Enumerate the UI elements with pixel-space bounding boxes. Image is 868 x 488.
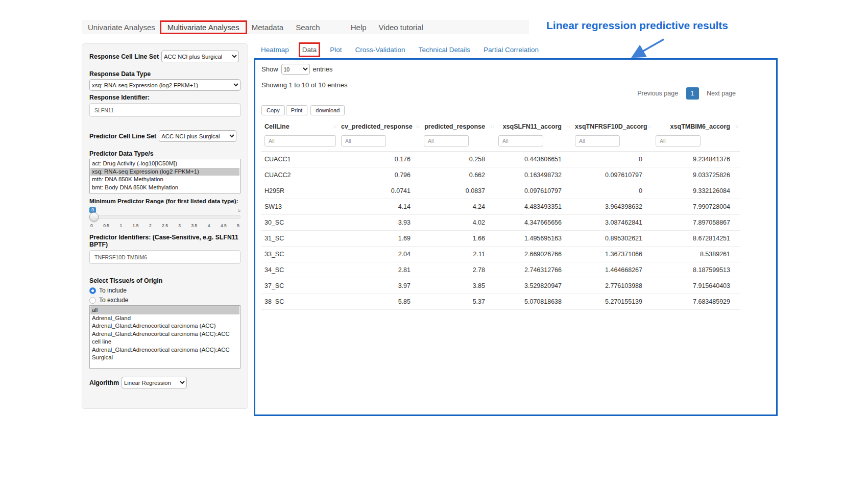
list-option-bmt-body-dna-850k-methylation[interactable]: bmt: Body DNA 850K Methylation xyxy=(90,184,239,192)
download-button[interactable]: download xyxy=(310,105,345,115)
algorithm-select[interactable]: Linear Regression xyxy=(122,377,187,388)
column-filter-input-xsqtmbim6-accorg[interactable] xyxy=(656,135,701,147)
sidebar: Response Cell Line Set ACC NCI plus Surg… xyxy=(82,43,248,409)
sort-icons[interactable]: ↑↓ xyxy=(333,124,336,129)
column-header-predicted-response[interactable]: predicted_response↑↓ xyxy=(421,119,495,134)
column-filter-input-cv-predicted-response[interactable] xyxy=(341,135,386,147)
nav-item-multivariate-analyses[interactable]: Multivariate Analyses xyxy=(161,22,246,33)
results-inner: Show 10 entries Showing 1 to 10 of 10 en… xyxy=(261,64,740,310)
predictor-data-type-label: Predictor Data Type/s xyxy=(89,150,240,157)
list-option-act-drug-activity-log10-ic50m[interactable]: act: Drug Activity (-log10[IC50M]) xyxy=(90,160,239,168)
column-filter-input-xsqtnfrsf10d-accorg[interactable] xyxy=(575,135,620,147)
table-row[interactable]: 38_SC5.855.375.0708186385.2701551397.683… xyxy=(261,294,740,310)
cellline-cell: 34_SC xyxy=(261,262,338,278)
cellline-cell: SW13 xyxy=(261,199,338,215)
min-predictor-range-slider[interactable]: 0 5 00.511.522.533.544.55 xyxy=(89,207,240,231)
slider-tick: 0 xyxy=(90,223,93,228)
radio-option-to-exclude[interactable]: To exclude xyxy=(89,297,240,304)
table-row[interactable]: SW134.144.244.4834933513.9643986327.9907… xyxy=(261,199,740,215)
value-cell: 3.97 xyxy=(338,278,421,294)
value-cell: 8.187599513 xyxy=(653,262,740,278)
slider-tick: 3 xyxy=(178,223,181,228)
nav-item-help[interactable]: Help xyxy=(345,22,373,33)
sort-icons[interactable]: ↑↓ xyxy=(647,124,651,129)
value-cell: 5.270155139 xyxy=(572,294,653,310)
radio-label: To include xyxy=(99,287,127,294)
annotation-arrow-icon xyxy=(626,37,669,61)
response-cell-line-set-select[interactable]: ACC NCI plus Surgical xyxy=(161,51,239,62)
table-row[interactable]: 37_SC3.973.853.5298209472.7761039887.915… xyxy=(261,278,740,294)
table-row[interactable]: H295R0.07410.08370.09761079709.332126084 xyxy=(261,183,740,199)
nav-item-video-tutorial[interactable]: Video tutorial xyxy=(373,22,429,33)
radio-icon xyxy=(89,287,96,294)
nav-item-univariate-analyses[interactable]: Univariate Analyses xyxy=(82,22,161,33)
list-option-adrenal-gland-adrenocortical-carcinoma-a[interactable]: Adrenal_Gland:Adrenocortical carcinoma (… xyxy=(90,346,239,362)
sort-icons[interactable]: ↑↓ xyxy=(416,124,419,129)
nav-item-search[interactable]: Search xyxy=(290,22,326,33)
table-row[interactable]: 30_SC3.934.024.3476656563.0874628417.897… xyxy=(261,215,740,231)
column-header-xsqtnfrsf10d-accorg[interactable]: xsqTNFRSF10D_accorg↑↓ xyxy=(572,119,653,134)
print-button[interactable]: Print xyxy=(286,105,308,115)
list-option-adrenal-gland[interactable]: Adrenal_Gland xyxy=(90,314,239,323)
tab-plot[interactable]: Plot xyxy=(330,46,342,54)
predictor-data-type-list[interactable]: act: Drug Activity (-log10[IC50M])xsq: R… xyxy=(89,159,240,193)
slider-handle[interactable] xyxy=(89,212,99,222)
predictor-cell-line-set-label: Predictor Cell Line Set xyxy=(89,133,156,140)
predictor-identifiers-input[interactable] xyxy=(89,250,240,264)
value-cell: 0.895302621 xyxy=(572,231,653,247)
table-row[interactable]: 33_SC2.042.112.6690267661.3673710668.538… xyxy=(261,247,740,262)
column-filter-input-cellline[interactable] xyxy=(264,135,336,147)
list-option-mth-dna-850k-methylation[interactable]: mth: DNA 850K Methylation xyxy=(90,176,239,184)
copy-button[interactable]: Copy xyxy=(261,105,285,115)
tab-data[interactable]: Data xyxy=(302,46,317,54)
value-cell: 0 xyxy=(572,152,653,167)
list-option-all[interactable]: all xyxy=(90,306,239,314)
slider-track[interactable] xyxy=(89,215,240,218)
value-cell: 2.81 xyxy=(338,262,421,278)
column-header-cellline[interactable]: CellLine↑↓ xyxy=(261,119,338,134)
value-cell: 0.0741 xyxy=(338,183,421,199)
radio-option-to-include[interactable]: To include xyxy=(89,287,240,294)
next-page-button[interactable]: Next page xyxy=(702,87,740,100)
value-cell: 2.78 xyxy=(421,262,495,278)
tissue-list[interactable]: allAdrenal_GlandAdrenal_Gland:Adrenocort… xyxy=(89,305,240,369)
column-header-xsqslfn11-accorg[interactable]: xsqSLFN11_accorg↑↓ xyxy=(495,119,572,134)
sort-icons[interactable]: ↑↓ xyxy=(490,124,494,129)
response-identifier-input[interactable] xyxy=(89,103,240,117)
sort-icons[interactable]: ↑↓ xyxy=(567,124,570,129)
value-cell: 3.93 xyxy=(338,215,421,231)
table-row[interactable]: CUACC10.1760.2580.44360665109.234841376 xyxy=(261,152,740,167)
cellline-cell: 30_SC xyxy=(261,215,338,231)
list-option-adrenal-gland-adrenocortical-carcinoma-a[interactable]: Adrenal_Gland:Adrenocortical carcinoma (… xyxy=(90,322,239,330)
tab-cross-validation[interactable]: Cross-Validation xyxy=(355,46,405,54)
page-number-button[interactable]: 1 xyxy=(686,87,699,100)
column-filter-input-predicted-response[interactable] xyxy=(424,135,469,147)
table-row[interactable]: 34_SC2.812.782.7463127661.4646682678.187… xyxy=(261,262,740,278)
list-option-adrenal-gland-adrenocortical-carcinoma-a[interactable]: Adrenal_Gland:Adrenocortical carcinoma (… xyxy=(90,330,239,346)
sort-desc-icon: ↓ xyxy=(737,124,739,129)
show-label: Show xyxy=(261,65,278,73)
tab-partial-correlation[interactable]: Partial Correlation xyxy=(484,46,539,54)
response-data-type-select[interactable]: xsq: RNA-seq Expression (log2 FPKM+1) xyxy=(89,79,240,91)
sort-desc-icon: ↓ xyxy=(649,124,652,129)
column-header-xsqtmbim6-accorg[interactable]: xsqTMBIM6_accorg↑↓ xyxy=(653,119,740,134)
value-cell: 7.990728004 xyxy=(653,199,740,215)
table-row[interactable]: CUACC20.7960.6620.1634987320.0976107979.… xyxy=(261,167,740,183)
show-entries-select[interactable]: 10 xyxy=(281,64,310,75)
response-cell-line-set-row: Response Cell Line Set ACC NCI plus Surg… xyxy=(89,51,240,62)
tab-technical-details[interactable]: Technical Details xyxy=(419,46,470,54)
table-row[interactable]: 31_SC1.691.661.4956951630.8953026218.672… xyxy=(261,231,740,247)
value-cell: 0.097610797 xyxy=(495,183,572,199)
column-header-cv-predicted-response[interactable]: cv_predicted_response↑↓ xyxy=(338,119,421,134)
nav-item-metadata[interactable]: Metadata xyxy=(246,22,290,33)
list-option-xsq-rna-seq-expression-log2-fpkm-1[interactable]: xsq: RNA-seq Expression (log2 FPKM+1) xyxy=(90,168,239,176)
value-cell: 0 xyxy=(572,183,653,199)
predictor-identifiers-label: Predictor Identifiers: (Case-Sensitive, … xyxy=(89,234,240,248)
predictor-cell-line-set-select[interactable]: ACC NCI plus Surgical xyxy=(159,130,236,142)
column-filter-input-xsqslfn11-accorg[interactable] xyxy=(498,135,543,147)
value-cell: 0.163498732 xyxy=(495,167,572,183)
slider-tick: 1.5 xyxy=(133,223,139,228)
previous-page-button[interactable]: Previous page xyxy=(633,87,683,100)
tab-heatmap[interactable]: Heatmap xyxy=(261,46,289,54)
sort-icons[interactable]: ↑↓ xyxy=(735,124,739,129)
